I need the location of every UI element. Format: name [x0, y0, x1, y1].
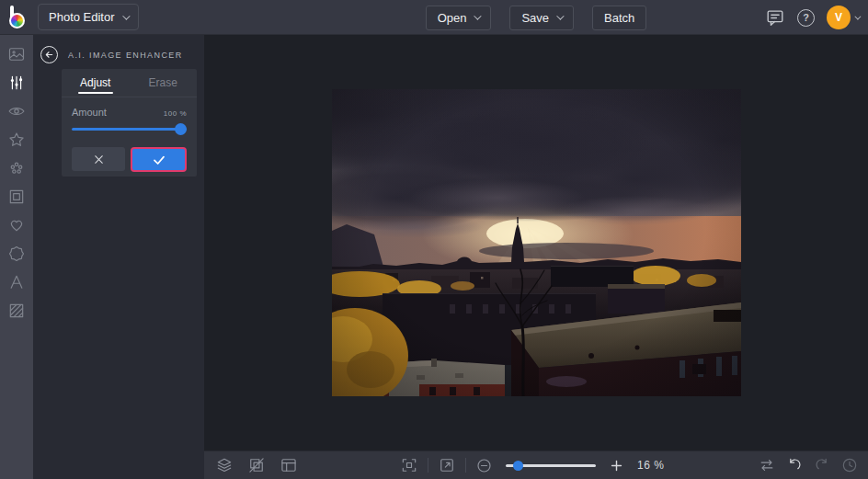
sidebar-item-edit[interactable]	[0, 40, 33, 68]
bottom-toolbar: 16 %	[204, 450, 868, 479]
arrow-left-icon	[44, 50, 54, 60]
zoom-in-icon[interactable]	[609, 458, 624, 473]
toolbar-center-group: 16 %	[400, 451, 664, 479]
photo-canvas[interactable]	[332, 89, 741, 396]
sidebar-item-effects[interactable]	[0, 125, 33, 154]
canvas-icon[interactable]	[280, 456, 298, 474]
app-menu-label: Photo Editor	[49, 10, 115, 24]
x-icon	[93, 154, 105, 165]
batch-button-label: Batch	[604, 11, 634, 25]
zoom-level-value: 16 %	[637, 459, 664, 472]
amount-slider-knob[interactable]	[175, 123, 187, 135]
cancel-button[interactable]	[72, 147, 125, 171]
chevron-down-icon	[122, 12, 130, 19]
sidebar-item-adjust[interactable]	[0, 68, 33, 97]
befunky-logo-icon[interactable]	[7, 5, 29, 30]
amount-slider[interactable]	[72, 123, 187, 135]
graphics-badge-icon	[7, 245, 26, 263]
compare-icon[interactable]	[758, 456, 776, 474]
sidebar-item-frames[interactable]	[0, 182, 33, 211]
open-button-label: Open	[438, 11, 467, 25]
image-edit-icon	[7, 45, 26, 63]
help-icon[interactable]: ?	[797, 9, 815, 27]
divider	[465, 458, 466, 473]
artsy-icon	[7, 159, 26, 177]
canvas-area	[204, 35, 868, 450]
overlays-heart-icon	[7, 216, 26, 234]
undo-icon[interactable]	[785, 456, 804, 474]
chevron-down-icon	[556, 12, 564, 19]
amount-row: Amount 100 %	[62, 107, 197, 118]
sidebar-item-artsy[interactable]	[0, 154, 33, 182]
zoom-slider-knob[interactable]	[513, 461, 523, 471]
sidebar-item-overlays[interactable]	[0, 211, 33, 239]
app-switcher-menu[interactable]: Photo Editor	[38, 4, 139, 30]
enhancer-controls-box: Adjust Erase Amount 100 %	[62, 69, 197, 177]
layers-icon[interactable]	[215, 456, 234, 474]
save-button[interactable]: Save	[509, 6, 574, 30]
transform-icon[interactable]	[247, 456, 266, 474]
fullscreen-icon[interactable]	[438, 456, 456, 474]
sidebar-item-graphics[interactable]	[0, 239, 33, 268]
adjust-sliders-icon	[7, 74, 26, 92]
tab-adjust[interactable]: Adjust	[62, 69, 130, 97]
tab-erase[interactable]: Erase	[130, 69, 198, 97]
save-button-label: Save	[521, 11, 549, 25]
sidebar-item-touchup[interactable]	[0, 97, 33, 125]
amount-label: Amount	[72, 107, 107, 118]
batch-button[interactable]: Batch	[592, 6, 646, 30]
fit-screen-icon[interactable]	[400, 456, 418, 474]
apply-button[interactable]	[131, 147, 187, 172]
photo-image	[332, 89, 741, 396]
zoom-slider[interactable]	[506, 461, 596, 471]
panel-title: A.I. IMAGE ENHANCER	[68, 51, 183, 60]
toolbar-left-group	[215, 451, 298, 479]
amount-slider-fill	[72, 128, 187, 131]
text-icon	[7, 273, 26, 291]
zoom-out-icon[interactable]	[475, 457, 493, 474]
tool-sidebar	[0, 35, 33, 479]
open-button[interactable]: Open	[426, 6, 492, 30]
topbar-right-group: ? V	[765, 0, 859, 35]
enhancer-tabs: Adjust Erase	[62, 69, 197, 97]
effects-star-icon	[7, 131, 26, 149]
account-menu[interactable]: V	[827, 6, 859, 29]
top-bar: Photo Editor Open Save Batch ? V	[0, 0, 868, 35]
sidebar-item-text[interactable]	[0, 268, 33, 296]
avatar: V	[827, 6, 851, 29]
panel-actions	[62, 147, 197, 172]
sidebar-item-textures[interactable]	[0, 296, 33, 325]
checkmark-icon	[152, 153, 166, 167]
chevron-down-icon	[474, 12, 482, 19]
toolbar-right-group	[758, 451, 859, 479]
amount-value: 100 %	[164, 109, 187, 118]
feedback-chat-icon[interactable]	[765, 7, 785, 28]
panel-header: A.I. IMAGE ENHANCER	[33, 35, 204, 63]
back-button[interactable]	[40, 46, 58, 63]
history-icon[interactable]	[840, 456, 859, 474]
redo-icon[interactable]	[813, 456, 831, 474]
ai-image-enhancer-panel: A.I. IMAGE ENHANCER Adjust Erase Amount …	[33, 35, 204, 479]
frames-icon	[7, 188, 26, 206]
divider	[428, 458, 428, 473]
touchup-eye-icon	[7, 102, 26, 120]
textures-icon	[7, 302, 26, 320]
